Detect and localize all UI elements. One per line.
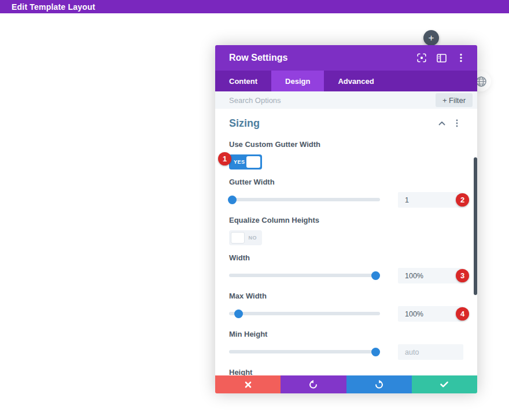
redo-icon xyxy=(374,380,384,389)
check-icon xyxy=(440,381,448,388)
toggle-state-label: YES xyxy=(234,159,245,165)
kebab-menu-icon xyxy=(456,119,458,127)
search-input[interactable] xyxy=(229,96,436,105)
save-button[interactable] xyxy=(412,375,477,393)
slider-thumb[interactable] xyxy=(234,310,243,318)
close-icon xyxy=(245,381,252,388)
modal-body: Sizing Use Custom Gutter Width Y xyxy=(215,109,477,393)
slider-track[interactable] xyxy=(229,350,380,353)
section-menu-button[interactable] xyxy=(451,117,463,130)
undo-icon xyxy=(308,380,318,389)
field-label: Width xyxy=(229,253,463,263)
min-height-input[interactable] xyxy=(398,344,463,360)
equalize-columns-toggle[interactable]: NO xyxy=(229,230,262,245)
tab-advanced[interactable]: Advanced xyxy=(324,71,388,91)
admin-topbar: Edit Template Layout xyxy=(0,0,509,13)
field-label: Equalize Column Heights xyxy=(229,216,463,225)
field-label: Min Height xyxy=(229,330,463,339)
chevron-up-icon xyxy=(438,121,445,126)
undo-button[interactable] xyxy=(281,375,346,393)
discard-button[interactable] xyxy=(215,375,281,393)
modal-header: Row Settings xyxy=(215,45,477,71)
topbar-title: Edit Template Layout xyxy=(12,2,95,12)
field-equalize-column-heights: Equalize Column Heights NO xyxy=(229,216,463,245)
modal-scrollbar[interactable] xyxy=(474,157,477,295)
width-input[interactable] xyxy=(398,268,463,283)
section-title: Sizing xyxy=(229,117,433,130)
slider-thumb[interactable] xyxy=(371,271,380,280)
annotation-badge-4: 4 xyxy=(456,307,469,320)
page-background: Edit Template Layout + Row Settings xyxy=(0,0,509,420)
width-slider[interactable] xyxy=(229,268,380,283)
columns-layout-icon xyxy=(437,54,447,62)
field-use-custom-gutter-width: Use Custom Gutter Width YES 1 xyxy=(229,140,463,170)
layout-panel-button[interactable] xyxy=(433,50,449,66)
max-width-slider[interactable] xyxy=(229,306,380,322)
modal-menu-button[interactable] xyxy=(453,50,469,66)
slider-track[interactable] xyxy=(229,312,380,315)
max-width-input[interactable] xyxy=(398,306,463,322)
redo-button[interactable] xyxy=(346,375,412,393)
modal-footer xyxy=(215,375,477,393)
tab-content[interactable]: Content xyxy=(215,71,271,91)
custom-gutter-toggle[interactable]: YES xyxy=(229,154,262,170)
field-gutter-width: Gutter Width 2 xyxy=(229,178,463,208)
slider-track[interactable] xyxy=(229,198,380,201)
gutter-width-input[interactable] xyxy=(398,192,463,208)
annotation-badge-3: 3 xyxy=(456,269,469,282)
toggle-state-label: NO xyxy=(249,235,257,241)
min-height-slider[interactable] xyxy=(229,344,380,360)
add-button[interactable]: + xyxy=(423,30,439,46)
field-label: Max Width xyxy=(229,292,463,301)
focus-icon xyxy=(417,53,426,62)
tab-design[interactable]: Design xyxy=(271,71,324,91)
modal-tabs: Content Design Advanced xyxy=(215,71,477,91)
field-max-width: Max Width 4 xyxy=(229,292,463,322)
slider-thumb[interactable] xyxy=(228,196,237,204)
annotation-badge-2: 2 xyxy=(456,193,469,207)
row-settings-modal: Row Settings xyxy=(215,45,477,393)
focus-mode-button[interactable] xyxy=(414,50,430,66)
field-min-height: Min Height xyxy=(229,330,463,360)
sizing-section-header: Sizing xyxy=(229,116,463,130)
slider-track[interactable] xyxy=(229,274,380,277)
field-width: Width 3 xyxy=(229,253,463,283)
kebab-menu-icon xyxy=(460,53,462,62)
gutter-width-slider[interactable] xyxy=(229,192,380,208)
modal-title: Row Settings xyxy=(229,53,410,63)
search-options-bar: + Filter xyxy=(215,91,477,109)
annotation-badge-1: 1 xyxy=(218,152,231,165)
collapse-section-button[interactable] xyxy=(436,117,448,130)
field-label: Use Custom Gutter Width xyxy=(229,140,463,149)
filter-button[interactable]: + Filter xyxy=(436,93,473,107)
toggle-knob[interactable] xyxy=(231,232,245,244)
slider-thumb[interactable] xyxy=(371,348,380,356)
toggle-knob[interactable] xyxy=(246,156,260,168)
field-label: Gutter Width xyxy=(229,178,463,187)
